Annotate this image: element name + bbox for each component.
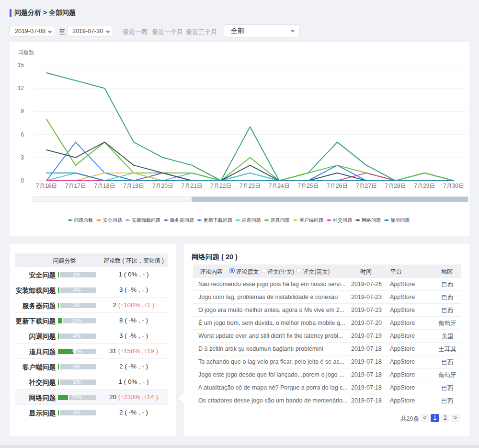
svg-text:7月27日: 7月27日 — [356, 183, 377, 189]
svg-text:7月28日: 7月28日 — [385, 183, 406, 189]
svg-text:15: 15 — [18, 62, 24, 69]
svg-text:网络问题: 网络问题 — [362, 218, 381, 223]
svg-text:7月24日: 7月24日 — [269, 183, 290, 189]
svg-text:道具问题: 道具问题 — [271, 218, 290, 223]
svg-text:7月30日: 7月30日 — [443, 183, 464, 189]
svg-text:7月23日: 7月23日 — [240, 183, 261, 189]
svg-text:7月20日: 7月20日 — [152, 183, 173, 189]
svg-text:7月26日: 7月26日 — [327, 183, 348, 189]
svg-text:安全问题: 安全问题 — [103, 218, 122, 223]
svg-text:客户端问题: 客户端问题 — [299, 218, 323, 223]
svg-text:更新下载问题: 更新下载问题 — [204, 218, 232, 223]
svg-text:安装卸载问题: 安装卸载问题 — [132, 218, 160, 223]
svg-text:问题总数: 问题总数 — [74, 218, 93, 223]
svg-text:问题数: 问题数 — [18, 49, 34, 55]
svg-text:社交问题: 社交问题 — [333, 218, 352, 223]
svg-text:7月18日: 7月18日 — [94, 183, 115, 189]
svg-text:7月25日: 7月25日 — [297, 183, 319, 189]
svg-text:服务器问题: 服务器问题 — [170, 218, 194, 223]
svg-text:7月22日: 7月22日 — [210, 183, 231, 189]
svg-text:3: 3 — [21, 154, 24, 161]
svg-text:7月17日: 7月17日 — [65, 183, 86, 189]
svg-text:7月16日: 7月16日 — [36, 183, 57, 189]
svg-text:12: 12 — [18, 85, 24, 92]
svg-text:闪退问题: 闪退问题 — [242, 218, 261, 223]
svg-text:9: 9 — [21, 108, 24, 115]
svg-text:7月21日: 7月21日 — [182, 183, 203, 189]
svg-text:7月19日: 7月19日 — [123, 183, 144, 189]
svg-text:7月29日: 7月29日 — [414, 183, 435, 189]
svg-text:显示问题: 显示问题 — [390, 218, 410, 223]
svg-text:0: 0 — [21, 177, 24, 184]
svg-text:6: 6 — [21, 131, 24, 138]
